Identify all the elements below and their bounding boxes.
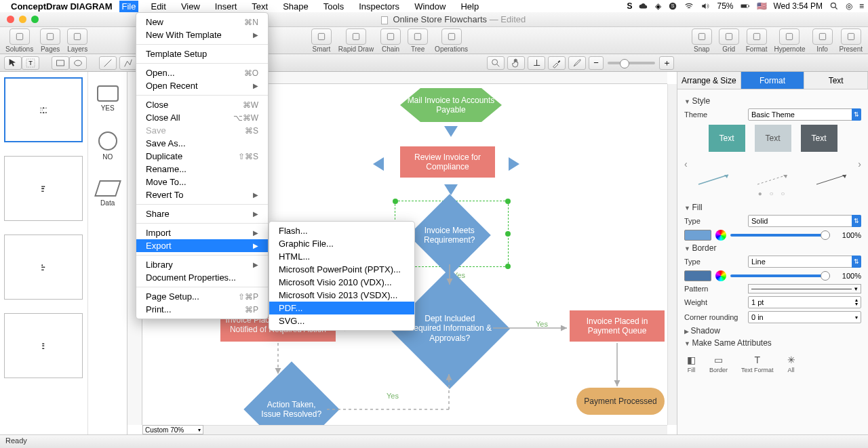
shape-data[interactable]: Data — [90, 169, 125, 217]
swatch-1[interactable]: Text — [709, 125, 745, 152]
siri-icon[interactable]: ◎ — [846, 1, 852, 11]
line-tool[interactable] — [99, 56, 117, 70]
page-thumb-1[interactable]: ●─◆─●│ │■─◆─■ — [4, 77, 83, 142]
swatch-next[interactable]: › — [858, 159, 861, 169]
same-border[interactable]: ▭Border — [709, 354, 728, 373]
fill-type-select[interactable]: Solid⇅ — [748, 215, 861, 227]
page-thumb-3[interactable]: ◆■■■■■ — [4, 235, 83, 300]
dropbox-icon[interactable]: ◈ — [655, 1, 661, 11]
eyedropper-tool[interactable] — [548, 56, 566, 70]
node-review-invoice[interactable]: Review Invoice for Compliance — [400, 146, 495, 178]
same-fill[interactable]: ◧Fill — [687, 354, 696, 373]
zoom-in-button[interactable]: ＋ — [659, 56, 674, 70]
border-type-select[interactable]: Line⇅ — [748, 256, 861, 268]
file-menu-library[interactable]: Library▶ — [136, 258, 268, 271]
inspector-tab-arrange-size[interactable]: Arrange & Size — [677, 72, 741, 89]
style-header[interactable]: Style — [684, 96, 861, 106]
file-menu-save-as[interactable]: Save As... — [136, 137, 268, 150]
stamp-tool[interactable]: ⊥ — [528, 56, 545, 70]
export-graphic-file[interactable]: Graphic File... — [269, 237, 414, 250]
export-pdf[interactable]: PDF... — [269, 302, 414, 314]
cloud-icon[interactable] — [639, 1, 648, 11]
file-menu-print[interactable]: Print...⌘P — [136, 303, 268, 316]
file-menu-export[interactable]: Export▶ — [136, 239, 268, 252]
tb-rapid-draw[interactable]: Rapid Draw — [338, 28, 374, 53]
export-microsoft-powerpoint-pptx[interactable]: Microsoft PowerPoint (PPTX)... — [269, 263, 414, 276]
border-colorwheel-button[interactable] — [715, 270, 726, 281]
file-menu-revert-to[interactable]: Revert To▶ — [136, 188, 268, 201]
vertical-scrollbar[interactable] — [667, 84, 677, 425]
node-payment-queue[interactable]: Invoice Placed in Payment Queue — [570, 310, 665, 342]
page-thumb-4[interactable]: ■■■■■■ — [4, 313, 83, 378]
pager-dots[interactable]: ● ○ ○ — [684, 190, 861, 197]
tb-layers[interactable]: Layers — [67, 28, 87, 53]
tb-smart[interactable]: Smart — [311, 28, 332, 53]
inspector-tab-text[interactable]: Text — [804, 72, 868, 89]
zoom-slider[interactable] — [608, 62, 655, 64]
window-minimize-button[interactable] — [19, 16, 26, 23]
flag-icon[interactable]: 🇺🇸 — [757, 1, 767, 11]
tb-format[interactable]: Format — [746, 28, 768, 53]
menu-extra-s-icon[interactable]: S — [627, 1, 632, 11]
same-text-format[interactable]: TText Format — [741, 354, 774, 373]
tb-snap[interactable]: Snap — [692, 28, 712, 53]
menu-window[interactable]: Window — [412, 1, 448, 12]
shape-yes[interactable]: YES — [90, 75, 125, 122]
rect-tool[interactable] — [52, 56, 69, 70]
file-menu-new-with-template[interactable]: New With Template▶ — [136, 28, 268, 41]
file-menu-document-properties[interactable]: Document Properties... — [136, 271, 268, 284]
app-name[interactable]: ConceptDraw DIAGRAM — [11, 1, 113, 12]
swatch-2[interactable]: Text — [755, 125, 791, 152]
text-tool[interactable]: T — [22, 56, 39, 70]
border-color-button[interactable] — [684, 270, 711, 281]
tb-pages[interactable]: Pages — [40, 28, 60, 53]
tb-grid[interactable]: Grid — [719, 28, 739, 53]
menu-file[interactable]: File — [119, 1, 139, 12]
file-menu-template-setup[interactable]: Template Setup — [136, 47, 268, 60]
tb-solutions[interactable]: Solutions — [5, 28, 33, 53]
file-menu-close[interactable]: Close⌘W — [136, 98, 268, 111]
border-pattern-select[interactable]: ▾ — [748, 284, 861, 293]
menu-edit[interactable]: Edit — [148, 1, 168, 12]
border-weight-input[interactable]: 1 pt▴▾ — [748, 296, 861, 308]
wifi-icon[interactable] — [684, 1, 694, 11]
ellipse-tool[interactable] — [69, 56, 87, 70]
polyline-tool[interactable] — [119, 56, 137, 70]
file-menu-open[interactable]: Open...⌘O — [136, 66, 268, 79]
battery-icon[interactable] — [741, 1, 750, 11]
border-header[interactable]: Border — [684, 243, 861, 253]
shape-no[interactable]: NO — [90, 122, 125, 169]
export-flash[interactable]: Flash... — [269, 224, 414, 237]
menu-help[interactable]: Help — [458, 1, 481, 12]
tb-hypernote[interactable]: Hypernote — [774, 28, 805, 53]
export-microsoft-visio-2013-vsdx[interactable]: Microsoft Visio 2013 (VSDX)... — [269, 289, 414, 302]
tb-operations[interactable]: Operations — [435, 28, 468, 53]
brush-tool[interactable] — [568, 56, 586, 70]
zoom-combo[interactable]: Custom 70%▾ — [142, 425, 203, 434]
notifications-icon[interactable]: ≡ — [859, 1, 864, 11]
fill-colorwheel-button[interactable] — [715, 230, 726, 241]
fill-opacity-slider[interactable] — [730, 234, 830, 237]
tb-tree[interactable]: Tree — [408, 28, 428, 53]
menu-shape[interactable]: Shape — [280, 1, 311, 12]
pan-tool[interactable] — [507, 56, 525, 70]
window-zoom-button[interactable] — [31, 16, 39, 23]
menu-tools[interactable]: Tools — [321, 1, 347, 12]
volume-icon[interactable] — [701, 1, 710, 11]
node-mail-invoice[interactable]: Mail Invoice to Accounts Payable — [400, 88, 502, 122]
menu-text[interactable]: Text — [249, 1, 271, 12]
tb-present[interactable]: Present — [840, 28, 863, 53]
swatch-3[interactable]: Text — [801, 125, 837, 152]
file-menu-page-setup[interactable]: Page Setup...⇧⌘P — [136, 290, 268, 303]
menu-view[interactable]: View — [178, 1, 203, 12]
page-thumb-2[interactable]: ■■■◆◆■■ — [4, 156, 83, 221]
file-menu-rename[interactable]: Rename... — [136, 163, 268, 176]
menu-inspectors[interactable]: Inspectors — [356, 1, 402, 12]
export-html[interactable]: HTML... — [269, 250, 414, 263]
same-all[interactable]: ✳All — [787, 354, 795, 373]
file-menu-close-all[interactable]: Close All⌥⌘W — [136, 111, 268, 124]
file-menu-move-to[interactable]: Move To... — [136, 176, 268, 188]
file-menu-import[interactable]: Import▶ — [136, 226, 268, 239]
window-close-button[interactable] — [7, 16, 14, 23]
node-payment-processed[interactable]: Payment Processed — [576, 388, 665, 415]
